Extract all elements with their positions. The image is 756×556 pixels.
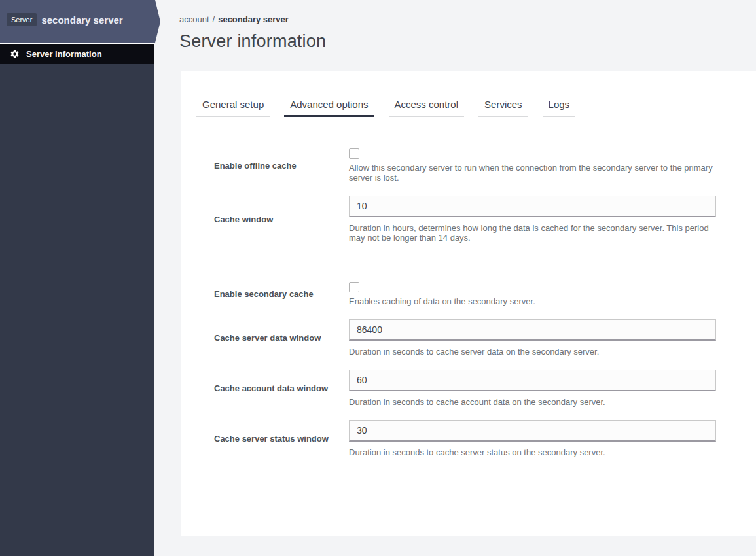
- tab-general-setup[interactable]: General setup: [196, 94, 270, 117]
- enable-offline-cache-checkbox[interactable]: [349, 148, 359, 159]
- field-cell: Duration in seconds to cache account dat…: [349, 370, 716, 407]
- field-help: Duration in seconds to cache server data…: [349, 347, 714, 356]
- form-row: Cache server data windowDuration in seco…: [196, 319, 740, 356]
- cache-window-input[interactable]: [349, 196, 716, 217]
- field-help: Duration in seconds to cache server stat…: [349, 447, 714, 457]
- field-label: Enable offline cache: [196, 148, 349, 182]
- tab-services[interactable]: Services: [478, 94, 528, 117]
- sidebar-header: Serversecondary server: [0, 0, 161, 43]
- breadcrumb: account/secondary server: [179, 14, 756, 24]
- cache-server-data-window-input[interactable]: [349, 319, 716, 341]
- server-name: secondary server: [41, 14, 122, 26]
- breadcrumb-parent[interactable]: account: [179, 14, 209, 24]
- field-label: Cache server data window: [196, 319, 349, 356]
- server-type-badge: Server: [7, 13, 37, 26]
- field-cell: Duration in seconds to cache server stat…: [349, 420, 716, 457]
- cache-server-status-window-input[interactable]: [349, 420, 716, 442]
- field-help: Enables caching of data on the secondary…: [349, 296, 714, 306]
- field-cell: Duration in hours, determines how long t…: [349, 196, 716, 243]
- enable-secondary-cache-checkbox[interactable]: [349, 282, 359, 292]
- field-label: Cache account data window: [196, 370, 349, 407]
- gear-icon: [10, 49, 20, 59]
- cache-account-data-window-input[interactable]: [349, 370, 716, 391]
- form-section: Enable secondary cacheEnables caching of…: [196, 282, 740, 457]
- sidebar-item-server-information[interactable]: Server information: [0, 43, 154, 64]
- form-row: Cache account data windowDuration in sec…: [196, 370, 740, 407]
- breadcrumb-separator: /: [213, 14, 215, 24]
- tab-advanced-options[interactable]: Advanced options: [284, 94, 374, 117]
- field-help: Allow this secondary server to run when …: [349, 163, 714, 182]
- form-section: Enable offline cacheAllow this secondary…: [196, 148, 740, 243]
- sidebar: Serversecondary server Server informatio…: [0, 0, 154, 556]
- form-row: Cache server status windowDuration in se…: [196, 420, 740, 457]
- field-help: Duration in seconds to cache account dat…: [349, 397, 714, 407]
- tab-bar: General setupAdvanced optionsAccess cont…: [196, 94, 740, 117]
- field-label: Cache server status window: [196, 420, 349, 457]
- sidebar-item-label: Server information: [26, 49, 102, 59]
- field-label: Enable secondary cache: [196, 282, 349, 306]
- page-title: Server information: [179, 31, 756, 52]
- field-cell: Duration in seconds to cache server data…: [349, 319, 716, 356]
- content-card: General setupAdvanced optionsAccess cont…: [181, 71, 756, 536]
- form-row: Cache windowDuration in hours, determine…: [196, 196, 740, 243]
- settings-form: Enable offline cacheAllow this secondary…: [196, 148, 740, 457]
- page-head: account/secondary server Server informat…: [154, 0, 756, 52]
- field-cell: Enables caching of data on the secondary…: [349, 282, 716, 306]
- tab-access-control[interactable]: Access control: [389, 94, 465, 117]
- breadcrumb-current: secondary server: [218, 14, 289, 24]
- field-help: Duration in hours, determines how long t…: [349, 223, 714, 243]
- field-cell: Allow this secondary server to run when …: [349, 148, 716, 182]
- main-area: account/secondary server Server informat…: [154, 0, 756, 556]
- form-row: Enable offline cacheAllow this secondary…: [196, 148, 740, 182]
- field-label: Cache window: [196, 196, 349, 243]
- tab-logs[interactable]: Logs: [543, 94, 576, 117]
- form-row: Enable secondary cacheEnables caching of…: [196, 282, 740, 306]
